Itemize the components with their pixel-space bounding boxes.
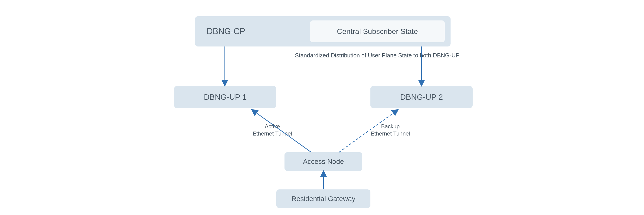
dbng-cp-label: DBNG-CP <box>207 27 245 36</box>
residential-gateway-label: Residential Gateway <box>292 195 355 203</box>
arrow-cp-to-up1 <box>222 47 227 87</box>
access-node-label: Access Node <box>303 158 344 165</box>
svg-line-2 <box>254 111 311 152</box>
arrow-cp-to-up2 <box>419 47 424 87</box>
dbng-up2-label: DBNG-UP 2 <box>400 93 443 102</box>
arrow-access-to-up2 <box>332 107 414 156</box>
dbng-up2-box: DBNG-UP 2 <box>370 86 472 108</box>
distribution-label: Standardized Distribution of User Plane … <box>295 52 460 59</box>
dbng-cp-box: DBNG-CP Central Subscriber State <box>195 16 450 47</box>
svg-line-3 <box>339 111 396 152</box>
central-subscriber-state-box: Central Subscriber State <box>310 21 445 42</box>
dbng-up1-label: DBNG-UP 1 <box>204 93 247 102</box>
arrow-gateway-to-access <box>321 171 326 190</box>
residential-gateway-box: Residential Gateway <box>276 189 370 208</box>
central-subscriber-state-label: Central Subscriber State <box>337 27 418 36</box>
dbng-up1-box: DBNG-UP 1 <box>174 86 276 108</box>
arrow-access-to-up1 <box>250 107 331 156</box>
